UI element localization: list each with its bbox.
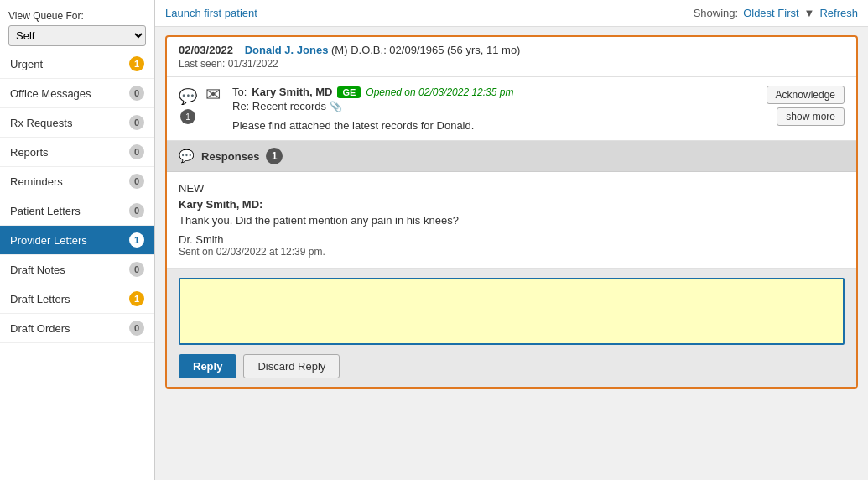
chat-bubble-icon: 💬 [179,87,197,106]
top-bar: Launch first patient Showing: Oldest Fir… [155,0,868,27]
sidebar-item-draft-letters[interactable]: Draft Letters 1 [0,284,154,314]
response-text: Thank you. Did the patient mention any p… [179,214,845,227]
response-sig: Dr. Smith [179,233,845,246]
message-panel: 02/03/2022 Donald J. Jones (M) D.O.B.: 0… [155,27,868,480]
patient-meta: (M) D.O.B.: 02/09/1965 (56 yrs, 11 mo) [331,44,520,56]
sidebar-item-office-messages[interactable]: Office Messages 0 [0,79,154,108]
response-new-label: NEW [179,182,845,195]
re-label: Re: [232,100,249,112]
sidebar-item-patient-letters[interactable]: Patient Letters 0 [0,196,154,226]
showing-area: Showing: Oldest First ▼ Refresh [694,7,858,19]
envelope-area: ✉ [205,86,221,104]
response-body: NEW Kary Smith, MD: Thank you. Did the p… [167,172,856,269]
responses-count-badge: 1 [266,148,283,164]
discard-reply-button[interactable]: Discard Reply [243,354,340,378]
re-subject: Recent records [252,100,326,112]
to-label: To: [232,86,247,98]
sidebar-item-urgent[interactable]: Urgent 1 [0,50,154,79]
sidebar-item-provider-letters[interactable]: Provider Letters 1 [0,226,154,255]
patient-header: 02/03/2022 Donald J. Jones (M) D.O.B.: 0… [167,37,856,77]
responses-header: 💬 Responses 1 [167,141,856,172]
acknowledge-button[interactable]: Acknowledge [767,86,845,104]
patient-name-link[interactable]: Donald J. Jones [245,44,329,56]
show-more-button[interactable]: show more [777,107,845,126]
sidebar-item-draft-orders[interactable]: Draft Orders 0 [0,314,154,343]
response-sent: Sent on 02/03/2022 at 12:39 pm. [179,246,845,258]
view-queue-label: View Queue For: [8,10,146,22]
reply-textarea[interactable] [179,278,845,345]
sidebar-item-reminders[interactable]: Reminders 0 [0,167,154,196]
refresh-button[interactable]: Refresh [819,7,858,19]
message-item: 💬 1 ✉ To: Kary Smith, MD GE Opened on 02… [167,77,856,141]
message-tag: GE [337,86,361,98]
sidebar: View Queue For: Self Urgent 1 Office Mes… [0,0,155,480]
opened-label: Opened on 02/03/2022 12:35 pm [366,86,513,98]
message-re-line: Re: Recent records 📎 [232,100,758,112]
sidebar-item-draft-notes[interactable]: Draft Notes 0 [0,255,154,284]
showing-order-link[interactable]: Oldest First [743,7,798,19]
reply-area: Reply Discard Reply [167,269,856,387]
reply-button[interactable]: Reply [179,354,236,378]
sidebar-item-rx-requests[interactable]: Rx Requests 0 [0,108,154,138]
responses-chat-icon: 💬 [179,149,195,164]
message-body: To: Kary Smith, MD GE Opened on 02/03/20… [232,86,758,132]
message-body-text: Please find attached the latest records … [232,119,758,132]
showing-label: Showing: [694,7,738,19]
message-card: 02/03/2022 Donald J. Jones (M) D.O.B.: 0… [165,35,858,389]
chevron-down-icon: ▼ [804,7,815,19]
attachment-icon: 📎 [330,101,342,112]
patient-date: 02/03/2022 [179,44,233,56]
responses-label: Responses [201,150,259,163]
launch-first-patient-link[interactable]: Launch first patient [165,7,257,19]
patient-header-line: 02/03/2022 Donald J. Jones (M) D.O.B.: 0… [179,44,845,56]
sidebar-header: View Queue For: Self [0,3,154,50]
response-author: Kary Smith, MD: [179,198,845,211]
message-icon-area: 💬 1 [179,86,197,124]
message-actions: Acknowledge show more [767,86,845,126]
sidebar-item-reports[interactable]: Reports 0 [0,138,154,167]
envelope-icon: ✉ [205,86,221,104]
main-content: Launch first patient Showing: Oldest Fir… [155,0,868,480]
message-to-line: To: Kary Smith, MD GE Opened on 02/03/20… [232,86,758,98]
queue-select[interactable]: Self [8,25,146,46]
reply-buttons: Reply Discard Reply [179,354,845,378]
patient-last-seen: Last seen: 01/31/2022 [179,58,845,70]
recipient-name: Kary Smith, MD [252,86,332,98]
response-count-badge: 1 [180,109,195,124]
